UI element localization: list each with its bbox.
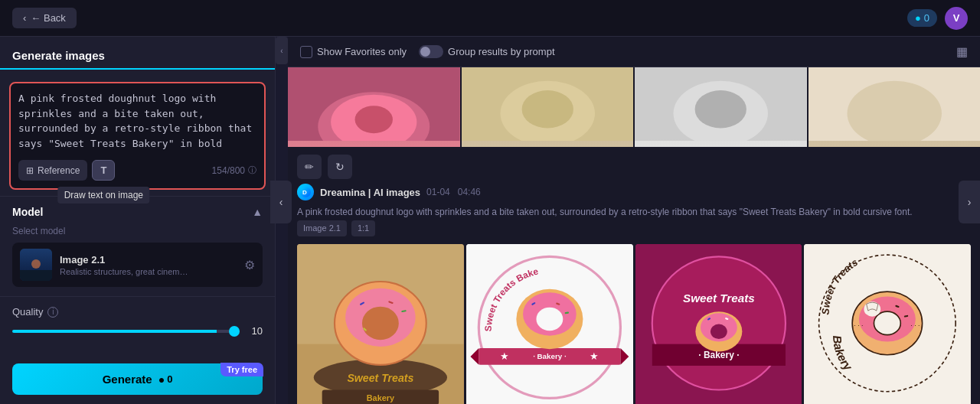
- prev-image-1[interactable]: [288, 67, 460, 147]
- generate-section: Try free Generate ● 0: [0, 354, 275, 404]
- quality-label: Quality: [12, 306, 43, 318]
- model-settings-button[interactable]: ⚙: [244, 258, 255, 272]
- svg-point-55: [710, 324, 727, 339]
- reference-label: Reference: [38, 165, 80, 176]
- svg-text:★: ★: [499, 350, 508, 362]
- svg-text:· Bakery ·: · Bakery ·: [533, 352, 567, 360]
- image-version-tag: Image 2.1: [297, 220, 347, 236]
- model-thumbnail: [20, 249, 52, 281]
- char-count-area: 154/800 ⓘ: [212, 165, 256, 176]
- result-tags: Image 2.1 1:1: [297, 220, 971, 236]
- prev-image-4[interactable]: [808, 67, 981, 147]
- svg-point-6: [355, 106, 393, 133]
- result-prompt-text: A pink frosted doughnut logo with sprink…: [297, 205, 971, 236]
- svg-text:Sweet Treats: Sweet Treats: [683, 292, 755, 305]
- group-toggle-label[interactable]: Group results by prompt: [419, 45, 554, 58]
- model-section: Model ▲ Select model: [0, 196, 275, 296]
- nav-arrow-right[interactable]: ›: [959, 181, 980, 223]
- draw-text-container: T Draw text on image: [92, 160, 115, 181]
- svg-point-24: [362, 306, 399, 340]
- model-info: Image 2.1 Realistic structures, great ci…: [20, 249, 190, 281]
- strip-actions: ✏ ↻: [288, 150, 980, 184]
- reference-button[interactable]: ⊞ Reference: [18, 160, 87, 181]
- char-count: 154/800: [212, 165, 245, 176]
- coins-icon: ●: [915, 12, 921, 24]
- generate-coins-value: 0: [167, 373, 172, 385]
- panel-title: Generate images: [0, 37, 275, 70]
- quality-info-icon: i: [47, 307, 58, 318]
- quality-section: Quality i 10: [0, 296, 275, 346]
- result-image-2[interactable]: ★ ★ · Bakery · Sweet Treats Bake: [466, 244, 633, 405]
- slider-container: 10: [12, 325, 263, 337]
- left-panel: Generate images A pink frosted doughnut …: [0, 37, 276, 404]
- generate-label: Generate: [103, 373, 152, 386]
- svg-point-42: [536, 307, 563, 330]
- prompt-area-wrapper: A pink frosted doughnut logo with sprink…: [9, 82, 266, 190]
- svg-text:· · ·: · · ·: [854, 321, 864, 328]
- svg-point-12: [695, 90, 746, 128]
- prompt-buttons: ⊞ Reference T Draw text on image: [18, 160, 115, 181]
- quality-label-row: Quality i: [12, 306, 263, 318]
- image-ratio-tag: 1:1: [351, 220, 375, 236]
- collapse-icon: ▲: [252, 206, 263, 218]
- back-arrow-icon: ‹: [23, 12, 26, 24]
- result-image-1[interactable]: Sweet Treats: [297, 244, 464, 405]
- svg-rect-1: [20, 270, 52, 281]
- svg-text:D: D: [302, 189, 307, 196]
- favorites-checkbox-label[interactable]: Show Favorites only: [300, 46, 407, 58]
- coins-dot-icon: ●: [158, 373, 165, 386]
- char-info-icon: ⓘ: [248, 165, 256, 176]
- group-label: Group results by prompt: [448, 46, 554, 57]
- results-content: ✏ ↻ D: [288, 67, 980, 404]
- svg-point-2: [31, 259, 41, 269]
- image-icon: ⊞: [26, 165, 34, 176]
- draw-text-button[interactable]: T: [92, 160, 115, 181]
- collapse-panel-button[interactable]: ‹: [276, 37, 288, 64]
- right-panel: Show Favorites only Group results by pro…: [288, 37, 980, 404]
- try-free-badge: Try free: [220, 363, 263, 376]
- edit-button-top[interactable]: ✏: [297, 155, 322, 179]
- svg-point-9: [521, 90, 573, 128]
- favorites-checkbox[interactable]: [300, 46, 312, 58]
- topbar: ‹ ← Back ● 0 V: [0, 0, 980, 37]
- svg-text:· · ·: · · ·: [911, 321, 920, 328]
- select-model-label: Select model: [12, 226, 263, 236]
- result-images-grid: Sweet Treats: [297, 244, 971, 405]
- text-icon: T: [100, 165, 106, 176]
- prompt-actions: ⊞ Reference T Draw text on image 154/800: [18, 160, 256, 181]
- prev-image-3[interactable]: [635, 67, 807, 147]
- group-toggle[interactable]: [419, 45, 443, 58]
- result-source: Dreamina | AI images: [320, 187, 420, 198]
- topbar-right: ● 0 V: [907, 7, 968, 30]
- prompt-textarea[interactable]: A pink frosted doughnut logo with sprink…: [18, 91, 256, 152]
- results-topbar: Show Favorites only Group results by pro…: [288, 37, 980, 67]
- model-description: Realistic structures, great cinematog...: [60, 267, 190, 276]
- generate-images-title: Generate images: [12, 49, 105, 62]
- prompt-result-block: D Dreamina | AI images 01-04 04:46 A pin…: [288, 184, 980, 404]
- results-controls: Show Favorites only Group results by pro…: [300, 45, 555, 58]
- layout-button[interactable]: ▦: [956, 44, 968, 59]
- result-image-3[interactable]: Sweet Treats ✦ ✦ ✦ · Bakery ·: [635, 244, 802, 405]
- result-image-4[interactable]: Sweet Treats Bakery: [804, 244, 971, 405]
- avatar[interactable]: V: [945, 7, 968, 30]
- back-label: ← Back: [31, 12, 66, 24]
- quality-slider[interactable]: [12, 330, 240, 333]
- result-header: D Dreamina | AI images 01-04 04:46: [297, 184, 971, 200]
- retry-button-top[interactable]: ↻: [328, 155, 352, 179]
- back-button[interactable]: ‹ ← Back: [12, 8, 77, 28]
- generate-coins: ● 0: [158, 373, 173, 386]
- coins-value: 0: [924, 12, 929, 24]
- main-layout: Generate images A pink frosted doughnut …: [0, 37, 980, 404]
- coins-badge: ● 0: [907, 9, 937, 27]
- generate-button[interactable]: Try free Generate ● 0: [12, 363, 263, 395]
- model-section-header[interactable]: Model ▲: [12, 206, 263, 218]
- prev-image-2[interactable]: [462, 67, 634, 147]
- result-date: 01-04 04:46: [426, 187, 481, 197]
- svg-text:★: ★: [590, 350, 599, 362]
- model-section-label: Model: [12, 206, 43, 218]
- model-selector[interactable]: Image 2.1 Realistic structures, great ci…: [12, 243, 263, 287]
- dreamina-icon: D: [297, 184, 314, 200]
- quality-value: 10: [247, 325, 263, 337]
- nav-arrow-left[interactable]: ‹: [270, 181, 292, 223]
- model-name: Image 2.1: [60, 254, 190, 266]
